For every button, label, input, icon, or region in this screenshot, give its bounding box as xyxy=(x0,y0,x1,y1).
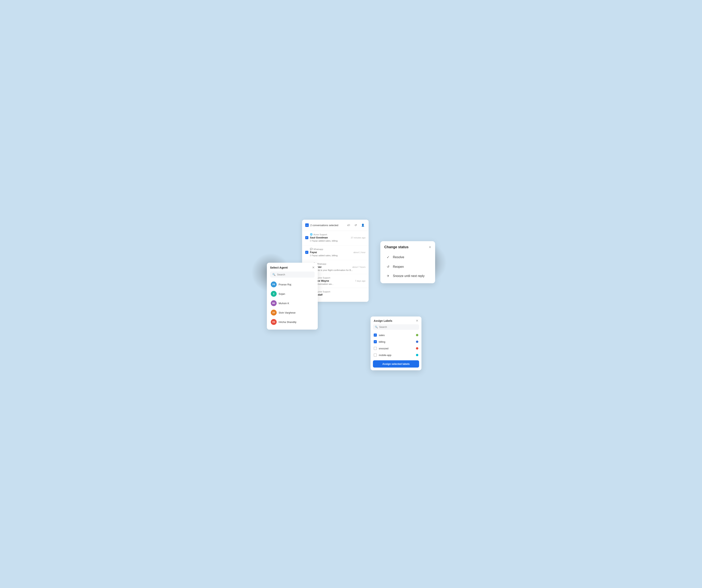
change-status-panel: Change status ✕ ✓ Resolve ↺ Reopen ✈ Sno… xyxy=(380,241,435,283)
conv-item-fayaz[interactable]: 💬 Whatsapp Fayaz about 1 hour ℹ Fayaz ad… xyxy=(302,245,369,260)
conv-time-saul: 37 minutes ago xyxy=(351,236,365,239)
reopen-icon: ↺ xyxy=(386,265,390,268)
status-label-resolve: Resolve xyxy=(393,255,404,259)
label-name-snoozed: snoozed xyxy=(379,347,414,350)
conv-name-fayaz: Fayaz xyxy=(310,251,317,254)
agent-avatar-muhsin: MK xyxy=(271,300,277,306)
conv-info-pranav: 💬 Whatsapp Pranav about 7 hours ↩ This i… xyxy=(313,262,365,271)
assign-selected-labels-button[interactable]: Assign selected labels xyxy=(373,360,419,368)
labels-header: Assign Labels ✕ xyxy=(371,317,422,324)
label-list: sales billing snoozed mobile-app xyxy=(371,332,422,358)
label-action-button[interactable]: 🏷 xyxy=(346,222,351,228)
conv-header-left: 2 conversations selected xyxy=(305,223,338,227)
agent-panel-title: Select Agent xyxy=(270,266,287,269)
assign-labels-panel: Assign Labels ✕ 🔍 sales billing sno xyxy=(371,317,422,370)
agent-search-box[interactable]: 🔍 xyxy=(270,271,315,277)
label-name-billing: billing xyxy=(379,340,414,343)
agent-avatar-pranav: PR xyxy=(271,281,277,287)
refresh-action-button[interactable]: ↺ xyxy=(353,222,358,228)
status-label-reopen: Reopen xyxy=(393,265,404,268)
agent-name-hricha: Hricha Shandily xyxy=(278,321,297,324)
conv-preview-gandalf: ↩ hi xyxy=(313,297,365,299)
conv-checkbox-fayaz[interactable] xyxy=(305,251,308,254)
assign-action-button[interactable]: 👤 xyxy=(360,222,365,228)
conv-info-bruce: 🌐 Acme Support Bruce Wayne 7 days ago ℹ … xyxy=(313,276,365,285)
conv-item-saul[interactable]: 🌐 Acme Support Saul Goodman 37 minutes a… xyxy=(302,231,369,245)
label-checkbox-billing[interactable] xyxy=(374,340,377,343)
agent-name-sivin: Sivin Varghese xyxy=(278,311,296,314)
agent-avatar-sivin: SV xyxy=(271,310,277,316)
conv-preview-saul: ℹ Fayaz added sales, billing xyxy=(310,239,365,242)
status-item-resolve[interactable]: ✓ Resolve xyxy=(384,253,431,262)
conv-name-row-bruce: Bruce Wayne 7 days ago xyxy=(313,279,365,282)
conv-name-row-fayaz: Fayaz about 1 hour xyxy=(310,251,365,254)
search-icon: 🔍 xyxy=(272,273,275,276)
agent-panel-close-button[interactable]: ✕ xyxy=(312,266,315,269)
agent-item-pranav[interactable]: PR Pranav Raj xyxy=(270,280,315,289)
status-item-snooze[interactable]: ✈ Snooze until next reply xyxy=(384,272,431,280)
label-item-billing[interactable]: billing xyxy=(371,338,421,345)
conv-preview-bruce: ℹ Conversation wa... xyxy=(313,283,365,285)
agent-name-muhsin: Muhsin K xyxy=(278,302,289,305)
status-panel-close-button[interactable]: ✕ xyxy=(429,246,431,249)
status-label-snooze: Snooze until next reply xyxy=(393,274,425,278)
conv-time-bruce: 7 days ago xyxy=(355,280,365,282)
conv-header-title: 2 conversations selected xyxy=(310,224,338,227)
conv-header: 2 conversations selected 🏷 ↺ 👤 xyxy=(302,220,369,231)
label-checkbox-mobile-app[interactable] xyxy=(374,353,377,357)
conv-checkbox-saul[interactable] xyxy=(305,236,308,239)
conv-name-row-pranav: Pranav about 7 hours xyxy=(313,265,365,268)
conv-info-fayaz: 💬 Whatsapp Fayaz about 1 hour ℹ Fayaz ad… xyxy=(310,248,365,257)
whatsapp-icon-fayaz: 💬 xyxy=(310,248,313,250)
conv-item-top-fayaz: 💬 Whatsapp Fayaz about 1 hour ℹ Fayaz ad… xyxy=(305,248,365,257)
label-name-sales: sales xyxy=(379,334,414,337)
globe-icon: 🌐 xyxy=(310,233,313,236)
resolve-icon: ✓ xyxy=(386,255,390,259)
status-item-reopen[interactable]: ↺ Reopen xyxy=(384,262,431,271)
label-item-sales[interactable]: sales xyxy=(371,332,421,338)
label-dot-sales xyxy=(416,334,418,336)
scene: 2 conversations selected 🏷 ↺ 👤 🌐 Acme Su… xyxy=(263,214,439,374)
label-dot-billing xyxy=(416,341,418,343)
agent-item-sivin[interactable]: SV Sivin Varghese xyxy=(270,308,315,317)
labels-title: Assign Labels xyxy=(374,319,392,322)
conv-source-saul: 🌐 Acme Support xyxy=(310,233,365,236)
status-header: Change status ✕ xyxy=(384,245,431,249)
labels-panel-close-button[interactable]: ✕ xyxy=(416,319,418,322)
agent-avatar-sojan: S xyxy=(271,291,277,297)
label-item-mobile-app[interactable]: mobile-app xyxy=(371,352,421,358)
conv-name-row-saul: Saul Goodman 37 minutes ago xyxy=(310,236,365,239)
conv-info-gandalf: 🌐 Acme Support Gandalf ↩ hi xyxy=(313,290,365,299)
conv-time-pranav: about 7 hours xyxy=(352,266,365,268)
conv-selected-icon xyxy=(305,223,309,227)
label-item-snoozed[interactable]: snoozed xyxy=(371,345,421,352)
label-name-mobile-app: mobile-app xyxy=(379,354,414,357)
conv-info-saul: 🌐 Acme Support Saul Goodman 37 minutes a… xyxy=(310,233,365,242)
labels-search-input[interactable] xyxy=(379,326,417,328)
conv-preview-pranav: ↩ This is your flight confirmation for B… xyxy=(313,269,365,271)
conv-header-actions: 🏷 ↺ 👤 xyxy=(346,222,365,228)
agent-name-sojan: Sojan xyxy=(278,292,285,296)
conv-time-fayaz: about 1 hour xyxy=(353,251,365,253)
snooze-icon: ✈ xyxy=(386,274,390,278)
conv-name-saul: Saul Goodman xyxy=(310,236,328,239)
conv-name-row-gandalf: Gandalf xyxy=(313,293,365,296)
labels-search-icon: 🔍 xyxy=(375,326,378,328)
agent-name-pranav: Pranav Raj xyxy=(278,283,291,286)
labels-search-box[interactable]: 🔍 xyxy=(373,324,419,330)
status-title: Change status xyxy=(384,245,408,249)
label-checkbox-snoozed[interactable] xyxy=(374,347,377,350)
label-dot-mobile-app xyxy=(416,354,418,356)
conv-item-top: 🌐 Acme Support Saul Goodman 37 minutes a… xyxy=(305,233,365,242)
agent-item-hricha[interactable]: HS Hricha Shandily xyxy=(270,318,315,327)
conv-preview-fayaz: ℹ Fayaz added sales, billing xyxy=(310,254,365,257)
conv-source-fayaz: 💬 Whatsapp xyxy=(310,248,365,250)
conv-source-gandalf: 🌐 Acme Support xyxy=(313,290,365,293)
label-checkbox-sales[interactable] xyxy=(374,334,377,337)
agent-search-input[interactable] xyxy=(277,273,312,276)
conv-source-bruce: 🌐 Acme Support xyxy=(313,276,365,279)
label-dot-snoozed xyxy=(416,347,418,350)
agent-panel-header: Select Agent ✕ xyxy=(270,266,315,269)
agent-item-sojan[interactable]: S Sojan xyxy=(270,289,315,298)
agent-item-muhsin[interactable]: MK Muhsin K xyxy=(270,299,315,308)
